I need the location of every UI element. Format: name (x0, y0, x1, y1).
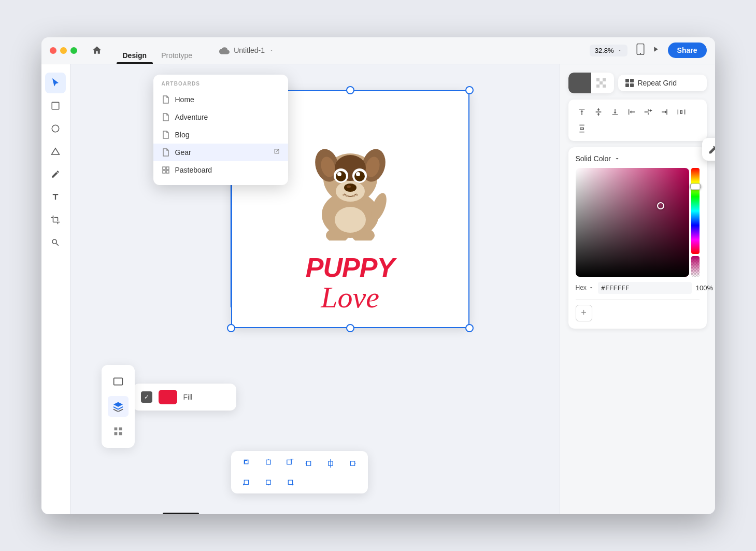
share-button[interactable]: Share (668, 43, 707, 58)
page-icon (162, 95, 170, 104)
snap-row-2 (239, 474, 360, 488)
svg-rect-60 (600, 81, 603, 84)
grid-icon (162, 166, 170, 174)
artboard-adventure-label: Adventure (175, 113, 208, 121)
artboard-blog-label: Blog (175, 131, 190, 139)
artboard-pasteboard[interactable]: Pasteboard (153, 161, 288, 179)
svg-rect-38 (287, 460, 291, 464)
svg-rect-2 (52, 102, 59, 109)
align-middle-right[interactable] (343, 456, 360, 471)
triangle-tool[interactable] (45, 141, 66, 162)
color-gradient[interactable] (576, 168, 689, 277)
artboard-dropdown: ARTBOARDS Home (153, 75, 288, 185)
layer-stack[interactable] (108, 396, 129, 417)
svg-point-3 (52, 125, 59, 132)
zoom-control[interactable]: 32.8% (590, 45, 627, 56)
artboard-home-label: Home (175, 95, 194, 104)
close-button[interactable] (50, 47, 56, 54)
svg-point-18 (354, 171, 365, 181)
snap-row-1 (239, 456, 360, 471)
svg-rect-7 (166, 171, 169, 173)
svg-rect-57 (600, 78, 603, 81)
maximize-button[interactable] (70, 47, 77, 54)
align-top-left[interactable] (239, 456, 256, 471)
home-icon[interactable] (90, 43, 104, 58)
align-controls (568, 100, 707, 141)
svg-rect-62 (596, 84, 600, 88)
svg-point-31 (335, 207, 366, 233)
play-icon[interactable] (651, 45, 660, 56)
color-type-select[interactable]: Solid Color (576, 154, 700, 163)
solid-style-btn[interactable] (568, 73, 591, 93)
text-tool[interactable] (45, 187, 66, 207)
page-icon (162, 148, 170, 157)
nav-tabs: Design Prototype (117, 37, 199, 64)
svg-rect-5 (166, 167, 169, 169)
ellipse-tool[interactable] (45, 118, 66, 139)
fill-checkbox[interactable]: ✓ (141, 391, 152, 403)
cloud-status: Untitled-1 (219, 46, 274, 54)
svg-rect-36 (266, 460, 270, 464)
svg-rect-64 (603, 84, 606, 88)
svg-rect-63 (600, 84, 603, 88)
hex-format-select[interactable]: Hex (576, 284, 594, 291)
tab-prototype[interactable]: Prototype (155, 37, 198, 64)
fill-color-swatch[interactable] (159, 390, 177, 404)
align-top-center[interactable] (260, 456, 277, 471)
artboard-gear[interactable]: Gear (153, 144, 288, 161)
select-tool[interactable] (45, 73, 66, 93)
external-link-icon[interactable] (274, 148, 280, 156)
svg-point-27 (356, 194, 358, 196)
svg-point-23 (347, 185, 351, 188)
pattern-style-btn[interactable] (591, 73, 614, 93)
align-middle-left[interactable] (302, 456, 318, 471)
hue-slider[interactable] (691, 168, 700, 254)
page-icon (162, 113, 170, 121)
search-tool[interactable] (45, 232, 66, 253)
layers-panel (102, 365, 135, 448)
hex-input[interactable] (598, 282, 692, 294)
tab-design[interactable]: Design (117, 37, 153, 64)
align-center[interactable] (322, 456, 339, 471)
svg-rect-56 (596, 78, 600, 81)
align-bottom-center[interactable] (260, 474, 277, 488)
svg-point-17 (336, 171, 346, 181)
svg-rect-45 (350, 461, 354, 465)
add-fill-button[interactable]: + (576, 305, 592, 321)
pen-tool[interactable] (45, 164, 66, 185)
traffic-lights (50, 47, 77, 54)
align-top[interactable] (575, 105, 589, 119)
artboard-home[interactable]: Home (153, 91, 288, 108)
svg-rect-55 (576, 80, 584, 86)
artboard-blog[interactable]: Blog (153, 126, 288, 144)
align-bottom-left[interactable] (239, 474, 256, 488)
layer-grid[interactable] (108, 421, 129, 442)
artboards-label: ARTBOARDS (153, 81, 288, 91)
svg-rect-41 (306, 461, 310, 465)
artboard-adventure[interactable]: Adventure (153, 108, 288, 126)
align-bottom-right[interactable] (281, 474, 297, 488)
mobile-preview-icon[interactable] (636, 44, 645, 57)
snap-toolbar (231, 451, 368, 493)
eyedropper-floating-btn[interactable] (702, 138, 715, 161)
rectangle-tool[interactable] (45, 95, 66, 116)
color-picker-area (576, 168, 700, 277)
svg-point-25 (346, 195, 348, 197)
svg-point-26 (353, 195, 355, 197)
align-bottom[interactable] (608, 105, 622, 119)
align-right[interactable] (658, 105, 672, 119)
repeat-grid-button[interactable]: Repeat Grid (618, 75, 707, 91)
align-left[interactable] (624, 105, 639, 119)
align-top-right[interactable] (281, 456, 297, 471)
align-vcenter[interactable] (591, 105, 606, 119)
minimize-button[interactable] (60, 47, 67, 54)
svg-rect-32 (113, 378, 122, 385)
alpha-slider[interactable] (691, 256, 700, 277)
distribute-h[interactable] (674, 105, 689, 119)
svg-rect-4 (163, 167, 165, 169)
color-panel: Solid Color (568, 147, 707, 329)
layer-rectangle[interactable] (108, 371, 129, 392)
align-hcenter[interactable] (641, 105, 655, 119)
crop-tool[interactable] (45, 209, 66, 230)
distribute-v[interactable] (575, 121, 589, 136)
